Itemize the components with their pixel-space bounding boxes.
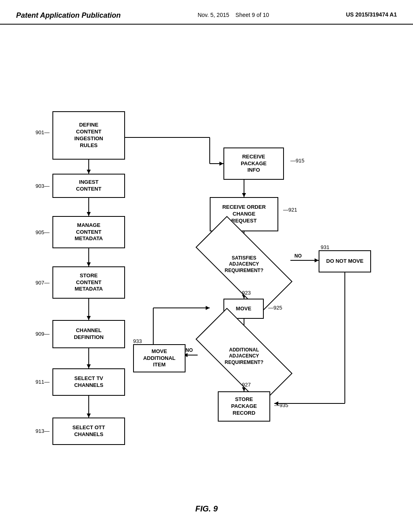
svg-marker-9 [87,364,91,368]
svg-marker-20 [315,258,319,262]
svg-marker-39 [219,162,223,166]
node-915-label: RECEIVE PACKAGE INFO [241,154,267,174]
svg-text:NO: NO [186,347,193,353]
ref-909: 909— [35,331,50,337]
node-927-label: ADDITIONAL ADJACENCY REQUIREMENT? [225,347,263,366]
figure-label: FIG. 9 [195,504,218,513]
ref-933: 933 [133,338,142,344]
node-909: CHANNEL DEFINITION [52,320,125,348]
svg-marker-3 [87,212,91,216]
ref-907: 907— [35,280,50,286]
svg-marker-11 [87,414,91,418]
header-right: US 2015/319474 A1 [346,11,397,18]
svg-marker-13 [242,193,246,197]
node-925-label: MOVE [236,305,251,312]
ref-935: —935 [274,402,288,408]
ref-901: 901— [35,129,50,135]
node-913: SELECT OTT CHANNELS [52,418,125,445]
node-905-label: MANAGE CONTENT METADATA [75,222,103,243]
svg-text:NO: NO [294,253,302,259]
node-909-label: CHANNEL DEFINITION [74,327,104,341]
node-903-label: INGEST CONTENT [76,179,102,193]
ref-905: 905— [35,229,50,235]
header-left: Patent Application Publication [16,11,121,20]
node-933: MOVE ADDITIONAL ITEM [133,344,186,372]
node-901-label: DEFINE CONTENT INGESTION RULES [74,122,103,149]
publication-title: Patent Application Publication [16,11,121,19]
node-901: DEFINE CONTENT INGESTION RULES [52,111,125,160]
ref-923: 923 [242,290,251,296]
publication-date: Nov. 5, 2015 [198,12,229,18]
node-911: SELECT TV CHANNELS [52,368,125,396]
ref-913: 913— [35,428,50,434]
node-903: INGEST CONTENT [52,174,125,198]
header-center: Nov. 5, 2015 Sheet 9 of 10 [198,11,269,19]
sheet-info: Sheet 9 of 10 [236,12,269,18]
node-933-label: MOVE ADDITIONAL ITEM [143,348,175,369]
svg-marker-1 [87,170,91,174]
node-911-label: SELECT TV CHANNELS [74,375,103,389]
node-927: ADDITIONAL ADJACENCY REQUIREMENT? [198,334,290,378]
figure-caption: FIG. 9 [0,504,413,513]
node-905: MANAGE CONTENT METADATA [52,216,125,248]
node-907: STORE CONTENT METADATA [52,266,125,299]
ref-925: —925 [268,305,282,311]
node-931: DO NOT MOVE [319,250,371,272]
ref-927: 927 [242,382,251,388]
patent-number: US 2015/319474 A1 [346,11,397,18]
ref-921: —921 [283,207,297,213]
node-923-label: SATISFIES ADJACENCY REQUIREMENT? [225,255,263,274]
ref-915: —915 [290,158,305,164]
node-915: RECEIVE PACKAGE INFO [223,148,284,180]
node-923: SATISFIES ADJACENCY REQUIREMENT? [198,242,290,287]
diagram-container: YES NO NO YES DEFINE CONTENT INGESTIO [0,25,413,500]
node-935-label: STORE PACKAGE RECORD [231,396,257,417]
svg-marker-32 [206,306,210,310]
svg-marker-5 [87,262,91,266]
node-907-label: STORE CONTENT METADATA [75,272,103,293]
page-header: Patent Application Publication Nov. 5, 2… [0,0,413,25]
svg-marker-7 [87,316,91,320]
node-935: STORE PACKAGE RECORD [218,391,270,422]
ref-911: 911— [35,379,50,385]
node-931-label: DO NOT MOVE [326,258,363,265]
node-913-label: SELECT OTT CHANNELS [73,424,105,438]
ref-931: 931 [321,244,330,250]
ref-903: 903— [35,183,50,189]
